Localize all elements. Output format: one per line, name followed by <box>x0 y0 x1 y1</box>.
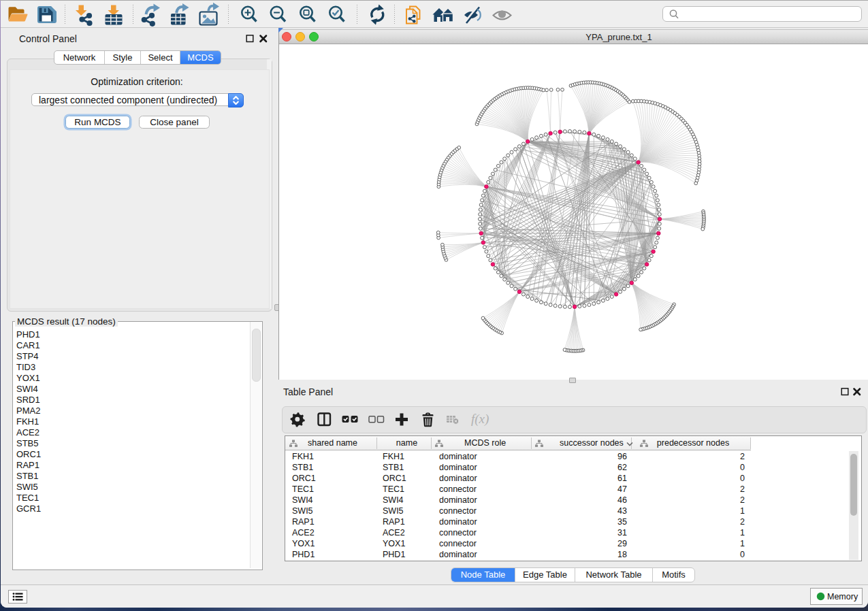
svg-text:f(x): f(x) <box>471 412 489 427</box>
svg-text:Memory: Memory <box>827 592 858 601</box>
